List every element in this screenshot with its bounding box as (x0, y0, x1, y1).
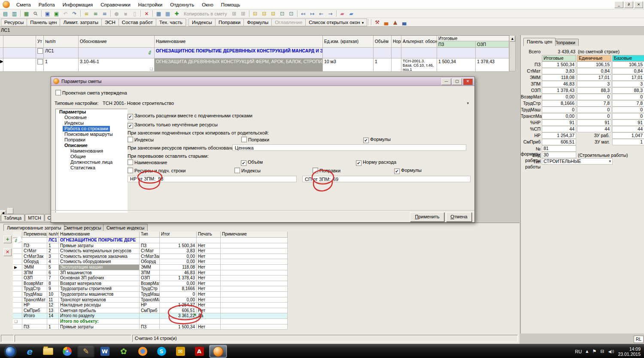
bottom-cell-var[interactable]: Итого (22, 313, 47, 319)
taskbar-paint-icon[interactable]: ✎ (77, 345, 94, 358)
sp-field[interactable]: СП от ЗПМ: 69 (302, 176, 471, 182)
view-tab-1[interactable]: МТСН (25, 214, 44, 221)
bottom-cell-type[interactable] (140, 238, 160, 243)
copy-doc-icon[interactable]: ⊞ (230, 9, 239, 18)
bottom-cell-note[interactable] (221, 297, 288, 303)
paste-row-icon[interactable]: ⊟ (251, 9, 260, 18)
bottom-cell-print[interactable]: Нет (197, 259, 221, 265)
move-right-icon[interactable]: → (326, 9, 335, 18)
bottom-cell-num[interactable]: 5 (47, 265, 59, 270)
menu-item-4[interactable]: Настройки (134, 1, 166, 9)
bottom-cell-var[interactable]: ОЗП (22, 275, 47, 281)
workkind-combo[interactable]: СТРОИТЕЛЬНЫЕ (542, 158, 613, 165)
bottom-cell-var[interactable]: ТрудМаш (22, 292, 47, 297)
bottom-cell-marker[interactable] (13, 275, 22, 281)
panel-tab-8[interactable]: Формулы (243, 18, 272, 26)
taskbar-smeta-icon[interactable] (210, 345, 227, 358)
bottom-cell-num[interactable]: 10 (47, 292, 59, 297)
grid-cell-alt[interactable]: ТСН-2001.3. База. Сб.10, т.46, поз.1 (401, 58, 437, 72)
bottom-cell-print[interactable]: Нет (197, 275, 221, 281)
check-keep-indexes[interactable]: Индексы (234, 168, 261, 173)
bottom-cell-total[interactable]: 1 500,34 (160, 243, 197, 249)
taskbar-word-icon[interactable]: W (96, 345, 113, 358)
recalc-icon[interactable]: ⚒ (373, 18, 382, 26)
bottom-cell-total[interactable]: 3 361,22 (160, 313, 197, 319)
bottom-cell-note[interactable] (221, 238, 288, 243)
clock[interactable]: 14:09 23.01.2015 (618, 346, 641, 357)
bottom-cell-var[interactable]: Оборуд (22, 259, 47, 265)
check-copy-with-children[interactable]: Заносить расценки вместе с подчиненными … (128, 113, 252, 119)
grid-cell-num[interactable]: 1 (44, 58, 79, 72)
bottom-cell-total[interactable]: 0 (160, 292, 197, 297)
bottom-cell-print[interactable]: Нет (197, 248, 221, 254)
tree-item-8[interactable]: Общие (69, 154, 127, 159)
delete-row-icon[interactable]: ✕ (3, 248, 12, 256)
bottom-cell-marker[interactable] (13, 259, 22, 265)
eraser-pink-icon[interactable]: ▰ (338, 9, 347, 18)
bottom-cell-type[interactable] (140, 313, 160, 319)
panel-tab-1[interactable]: Панель цен (27, 18, 60, 26)
bottom-cell-note[interactable] (221, 254, 288, 260)
grid-cell-unit[interactable]: 10 м3 (323, 58, 374, 72)
bottom-cell-marker[interactable] (13, 286, 22, 292)
bottom-cell-var[interactable] (22, 319, 47, 324)
bottom-cell-print[interactable]: Да (197, 313, 221, 319)
cancel-button[interactable]: Отмена (446, 212, 472, 222)
copy-doc2-icon[interactable]: ⊞ (239, 9, 248, 18)
grid-cell-pz[interactable]: 1 500,34 (437, 58, 476, 72)
scroll-up-icon[interactable]: ▲ (510, 36, 515, 42)
bottom-cell-note[interactable] (221, 265, 288, 270)
check-copy-formulas-box[interactable] (363, 138, 369, 143)
object-icon[interactable]: ▦ (154, 9, 163, 18)
check-keep-formulas[interactable]: Формулы (394, 168, 422, 174)
menu-item-2[interactable]: Информация (59, 1, 97, 9)
check-keep-volume-box[interactable] (241, 160, 246, 166)
check-keep-rate[interactable]: Норму расхода (356, 159, 396, 166)
panel-tab-6[interactable]: Индексы (188, 18, 216, 26)
bottom-cell-num[interactable]: 11 (47, 297, 59, 303)
taskbar-acrobat-icon[interactable]: A (191, 345, 208, 358)
bottom-cell-note[interactable] (221, 259, 288, 265)
bottom-cell-note[interactable] (221, 303, 288, 308)
tree-item-5[interactable]: Поправки (63, 137, 127, 143)
bottom-cell-note[interactable] (221, 286, 288, 292)
bottom-cell-name[interactable]: Трудозатраты строителей (59, 286, 140, 292)
panel-tab-4[interactable]: Состав работ (118, 18, 156, 26)
bottom-cell-num[interactable]: 6 (47, 270, 59, 276)
grid-cell-pz[interactable] (437, 48, 476, 58)
undo-cancel-icon[interactable]: ↷ (70, 9, 79, 18)
menu-item-1[interactable]: Работа (35, 1, 59, 9)
panel-tab-7[interactable]: Поправки (215, 18, 244, 26)
tree-paste2-icon[interactable]: ⊡ (287, 9, 296, 18)
bottom-cell-name[interactable]: Стоимость материальных ресурсов (59, 248, 140, 254)
undo-icon[interactable]: ↶ (61, 9, 70, 18)
taskbar-firefox-icon[interactable] (134, 345, 151, 358)
grid-cell-basis[interactable]: ✐ (79, 48, 155, 58)
panel-tab-5[interactable]: Тех. часть (156, 18, 186, 26)
bottom-cell-type[interactable]: СтМатЗак. (140, 254, 160, 260)
grid-cell-blank[interactable] (3, 48, 36, 58)
bottom-cell-marker[interactable] (13, 308, 22, 314)
bottom-cell-marker[interactable] (13, 248, 22, 254)
bottom-cell-name[interactable]: Прямые затраты (59, 324, 140, 330)
bottom-cell-name[interactable]: ОГНЕЗАЩИТНОЕ ПОКРЫТИЕ ДЕРЕ (59, 238, 140, 243)
bottom-cell-marker[interactable] (13, 297, 22, 303)
stamp-icon[interactable]: ▪ (121, 9, 130, 18)
grid-cell-rate[interactable] (392, 58, 401, 72)
bottom-cell-var[interactable]: ТранспМат (22, 297, 47, 303)
bottom-cell-note[interactable] (221, 275, 288, 281)
tree-item-4[interactable]: Поисковые маршруты (63, 132, 127, 137)
taskbar-ie-icon[interactable]: e (21, 345, 38, 358)
menu-item-3[interactable]: Справочники (97, 1, 134, 9)
grid-cell-ut[interactable] (36, 58, 44, 72)
bottom-cell-type[interactable]: ТрудСтр (140, 286, 160, 292)
bottom-cell-name[interactable]: Стоимость материалов заказчика (59, 254, 140, 260)
bottom-cell-note[interactable] (221, 319, 288, 324)
bottom-cell-var[interactable]: НР (22, 303, 47, 308)
typical-settings-combo[interactable]: ТСН 2001- Новое строительство (103, 101, 470, 106)
grid-cell-name[interactable]: ОГНЕЗАЩИТА ДЕРЕВЯННЫХ КОНСТРУКЦИЙ ФЕРМ, … (155, 58, 323, 72)
bottom-cell-total[interactable]: 118,08 (160, 265, 197, 270)
bottom-cell-var[interactable] (22, 238, 47, 243)
tree-item-1[interactable]: Основные (63, 115, 127, 120)
taskbar-skype-icon[interactable]: S (153, 345, 170, 358)
